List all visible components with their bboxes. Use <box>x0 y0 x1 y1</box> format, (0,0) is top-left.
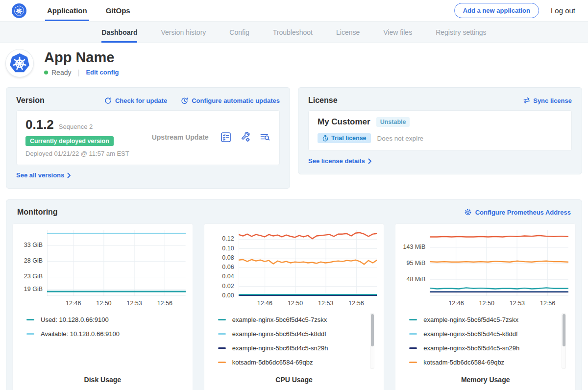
legend-label: kotsadm-5db6dc6584-69qbz <box>232 359 313 366</box>
version-card-title: Version <box>16 96 45 105</box>
topnav-tab-application[interactable]: Application <box>47 0 87 21</box>
add-new-application-button[interactable]: Add a new application <box>454 3 539 18</box>
topnav-tab-gitops[interactable]: GitOps <box>106 0 130 21</box>
check-for-update-button[interactable]: Check for update <box>104 97 167 104</box>
legend-dash-icon <box>218 319 226 320</box>
legend-label: example-nginx-5bc6f5d4c5-k8ddf <box>232 330 326 338</box>
x-tick-label: 12:46 <box>257 300 272 307</box>
y-axis-labels: 33 GiB28 GiB23 GiB19 GiB <box>20 230 47 296</box>
y-tick-label: 0.04 <box>222 273 234 280</box>
configure-prometheus-button[interactable]: Configure Prometheus Address <box>464 208 571 216</box>
view-logs-icon <box>260 132 270 143</box>
page-title: App Name <box>44 50 119 65</box>
y-tick-label: 48 MiB <box>406 276 425 283</box>
chart-plot-area <box>47 230 186 296</box>
chart-title: Memory Usage <box>402 376 568 387</box>
legend-label: example-nginx-5bc6f5d4c5-7zskx <box>423 316 518 323</box>
x-axis-labels: 12:4612:5012:5312:56 <box>47 296 186 309</box>
tab-registry-settings[interactable]: Registry settings <box>436 22 486 43</box>
stopwatch-icon <box>322 135 329 142</box>
ready-status-dot-icon <box>44 71 48 74</box>
legend-dash-icon <box>409 319 417 320</box>
y-tick-label: 0.08 <box>222 254 234 261</box>
tab-troubleshoot[interactable]: Troubleshoot <box>273 22 313 43</box>
legend-label: example-nginx-5bc6f5d4c5-sn29h <box>232 344 328 352</box>
cpu-usage-chart-card: 0.120.100.080.060.040.020.0012:4612:5012… <box>204 223 385 390</box>
currently-deployed-badge: Currently deployed version <box>25 136 114 146</box>
legend-scrollbar-thumb[interactable] <box>371 314 374 346</box>
license-info-box: My Customer Unstable Trial license Does … <box>308 110 572 151</box>
y-tick-label: 33 GiB <box>24 242 43 248</box>
x-tick-label: 12:56 <box>348 300 364 307</box>
deployed-timestamp: Deployed 01/21/22 @ 11:57 am EST <box>25 150 129 157</box>
legend-label: example-nginx-5bc6f5d4c5-7zskx <box>232 316 327 323</box>
legend-dash-icon <box>218 347 226 349</box>
kubernetes-logo-icon <box>12 3 26 18</box>
y-axis-labels: 0.120.100.080.060.040.020.00 <box>211 230 239 296</box>
app-sub-nav: DashboardVersion historyConfigTroublesho… <box>0 22 588 43</box>
memory-usage-chart-card: 143 MiB95 MiB48 MiB12:4612:5012:5312:56e… <box>395 223 576 390</box>
legend-scrollbar-thumb[interactable] <box>563 314 565 346</box>
y-tick-label: 28 GiB <box>24 257 43 264</box>
tab-version-history[interactable]: Version history <box>161 22 206 43</box>
legend-dash-icon <box>218 333 226 335</box>
y-tick-label: 0.02 <box>222 283 234 290</box>
license-card: License ⇄ Sync license My Customer Unsta… <box>298 87 582 174</box>
legend-item: example-nginx-5bc6f5d4c5-k8ddf <box>218 327 363 341</box>
x-axis-labels: 12:4612:5012:5312:56 <box>239 296 377 309</box>
legend-dash-icon <box>26 333 34 335</box>
config-wrench-icon <box>240 132 251 143</box>
version-card: Version Check for update Configure au <box>6 87 290 189</box>
x-tick-label: 12:50 <box>96 300 111 307</box>
legend-scrollbar-track[interactable] <box>370 313 374 369</box>
y-tick-label: 143 MiB <box>403 244 425 250</box>
y-axis-labels: 143 MiB95 MiB48 MiB <box>402 230 430 296</box>
legend-label: kotsadm-5db6dc6584-69qbz <box>423 359 504 366</box>
log-out-button[interactable]: Log out <box>551 6 575 15</box>
legend-item: Available: 10.128.0.66:9100 <box>26 327 171 341</box>
chart-legend: Used: 10.128.0.66:9100Available: 10.128.… <box>20 313 186 341</box>
see-license-details-link[interactable]: See license details <box>308 157 372 165</box>
legend-dash-icon <box>218 362 226 363</box>
view-deploy-logs-button[interactable] <box>260 132 270 143</box>
diff-checklist-icon <box>220 132 231 143</box>
legend-dash-icon <box>26 319 34 320</box>
see-all-versions-link[interactable]: See all versions <box>16 171 71 179</box>
legend-item: kotsadm-5db6dc6584-69qbz <box>218 355 363 369</box>
legend-label: example-nginx-5bc6f5d4c5-k8ddf <box>423 330 517 338</box>
x-tick-label: 12:46 <box>448 300 464 307</box>
y-tick-label: 0.06 <box>222 264 234 270</box>
tab-dashboard[interactable]: Dashboard <box>101 22 137 43</box>
edit-config-link[interactable]: Edit config <box>86 69 119 76</box>
configure-automatic-updates-button[interactable]: Configure automatic updates <box>181 97 280 104</box>
tab-config[interactable]: Config <box>229 22 249 43</box>
y-tick-label: 0.10 <box>222 245 234 252</box>
x-tick-label: 12:56 <box>540 300 555 307</box>
status-text: Ready <box>51 69 71 76</box>
y-tick-label: 19 GiB <box>24 286 43 292</box>
view-diff-button[interactable] <box>220 132 231 143</box>
edit-version-config-button[interactable] <box>240 132 251 143</box>
chart-plot-area <box>430 230 568 296</box>
app-kubernetes-logo-icon <box>6 49 33 77</box>
monitoring-panel: Monitoring Configure Prometheus Address … <box>6 199 582 390</box>
legend-label: Available: 10.128.0.66:9100 <box>41 330 120 338</box>
y-tick-label: 0.00 <box>222 292 234 299</box>
chart-plot-area <box>239 230 377 296</box>
legend-scrollbar-track[interactable] <box>562 313 566 369</box>
legend-item: example-nginx-5bc6f5d4c5-sn29h <box>218 341 363 355</box>
top-nav-tabs: ApplicationGitOps <box>47 0 149 21</box>
x-tick-label: 12:46 <box>66 300 81 307</box>
version-number: 0.1.2 <box>25 117 54 132</box>
trial-license-badge: Trial license <box>318 133 371 143</box>
version-source: Upstream Update <box>152 133 209 141</box>
y-tick-label: 0.12 <box>222 235 234 242</box>
x-axis-labels: 12:4612:5012:5312:56 <box>430 296 568 309</box>
x-tick-label: 12:50 <box>479 300 494 307</box>
chart-title: Disk Usage <box>20 376 186 387</box>
top-nav: ApplicationGitOps Add a new application … <box>0 0 588 22</box>
monitoring-title: Monitoring <box>17 208 58 217</box>
tab-view-files[interactable]: View files <box>383 22 412 43</box>
tab-license[interactable]: License <box>336 22 360 43</box>
sync-license-button[interactable]: ⇄ Sync license <box>523 97 572 104</box>
